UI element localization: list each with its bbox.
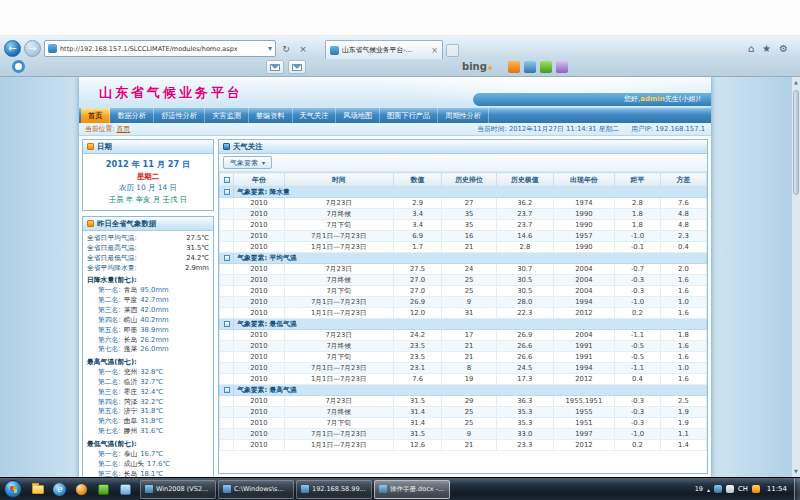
toolbar-icon-2[interactable] — [524, 61, 536, 73]
home-icon[interactable]: ⌂ — [748, 43, 754, 54]
table-row[interactable]: 20107月23日24.21726.92004-1.11.8 — [220, 330, 707, 341]
taskbar: e Win2008 (VS2...C:\Windows\s...192.168.… — [0, 477, 800, 500]
taskbar-ie-button[interactable]: e — [49, 480, 70, 499]
table-row[interactable]: 20107月下旬3.43523.719901.84.8 — [220, 220, 707, 231]
column-header-5[interactable]: 历史极值 — [496, 173, 553, 187]
clock[interactable]: 11:54 — [764, 485, 790, 493]
table-row[interactable]: 20107月1日—7月23日23.1824.51994-1.11.0 — [220, 363, 707, 374]
envelope-icon — [270, 64, 280, 71]
column-header-4[interactable]: 历史排位 — [442, 173, 497, 187]
table-row[interactable]: 20107月1日—7月23日6.91614.61957-1.02.3 — [220, 231, 707, 242]
taskbar-app3-button[interactable] — [115, 480, 136, 499]
browser-back-button[interactable]: ← — [4, 40, 21, 57]
volume-icon[interactable] — [726, 485, 734, 493]
show-desktop-button[interactable] — [794, 478, 800, 500]
table-row[interactable]: 20107月23日27.52430.72004-0.72.0 — [220, 264, 707, 275]
column-header-6[interactable]: 出现年份 — [553, 173, 614, 187]
gear-icon[interactable]: ⚙ — [779, 43, 788, 54]
column-header-3[interactable]: 数值 — [393, 173, 441, 187]
table-row[interactable]: 20107月23日31.52936.31955,1951-0.32.5 — [220, 396, 707, 407]
table-section-row[interactable]: 气象要素: 平均气温 — [220, 253, 707, 264]
toolbar-logo-icon[interactable] — [12, 60, 25, 73]
scroll-down-icon[interactable]: ▼ — [792, 467, 800, 476]
column-header-2[interactable]: 时间 — [284, 173, 393, 187]
date-panel-body: 2012 年 11 月 27 日 星期二 农历 10 月 14 日 壬辰 年 辛… — [83, 154, 213, 210]
table-row[interactable]: 20101月1日—7月23日1.7212.81990-0.10.4 — [220, 242, 707, 253]
nav-item-6[interactable]: 天气关注 — [293, 108, 337, 123]
stop-button[interactable]: × — [296, 40, 310, 57]
nav-item-7[interactable]: 风场地图 — [336, 108, 380, 123]
table-row[interactable]: 20107月终候23.52126.61991-0.51.6 — [220, 341, 707, 352]
status-info: 当前时间: 2012年11月27日 11:14:31 星期二 用户IP: 192… — [477, 123, 705, 135]
nav-item-3[interactable]: 舒适性分析 — [154, 108, 205, 123]
toolbar-icon-3[interactable] — [540, 61, 552, 73]
breadcrumb-home-link[interactable]: 首页 — [116, 125, 130, 133]
station-name: 长岛 — [124, 470, 138, 477]
vertical-scrollbar[interactable]: ▲ ▼ — [791, 77, 800, 477]
element-filter-button[interactable]: 气象要素 ▾ — [223, 156, 272, 169]
cell: 0.2 — [615, 440, 661, 451]
table-row[interactable]: 20107月下旬23.52126.61991-0.51.6 — [220, 352, 707, 363]
station-name: 蓬莱 — [124, 345, 138, 355]
cell: 35.3 — [496, 418, 553, 429]
mail-icon[interactable] — [266, 60, 284, 74]
quick-launch: e — [27, 480, 136, 499]
toolbar-icon-4[interactable] — [556, 61, 568, 73]
nav-item-1[interactable]: 首页 — [81, 108, 110, 123]
refresh-button[interactable]: ↻ — [279, 40, 293, 57]
current-time: 当前时间: 2012年11月27日 11:14:31 星期二 — [477, 123, 619, 135]
cell: 2010 — [234, 418, 284, 429]
table-row[interactable]: 20101月1日—7月23日12.03122.320120.21.6 — [220, 308, 707, 319]
network-icon[interactable] — [714, 485, 722, 493]
bing-logo[interactable]: bing — [462, 61, 492, 72]
column-header-8[interactable]: 方差 — [660, 173, 706, 187]
favorites-star-icon[interactable]: ★ — [762, 43, 771, 54]
tray-expand-icon[interactable]: ▴ — [707, 486, 710, 493]
column-header-7[interactable]: 距平 — [615, 173, 661, 187]
nav-item-4[interactable]: 灾害监测 — [205, 108, 249, 123]
browser-forward-button[interactable]: → — [24, 40, 41, 57]
nav-item-2[interactable]: 数据分析 — [110, 108, 154, 123]
table-row[interactable]: 20101月1日—7月23日12.62123.320120.21.4 — [220, 440, 707, 451]
taskbar-task-3[interactable]: 192.168.58.99... — [296, 480, 372, 499]
cell: 28.0 — [496, 297, 553, 308]
address-bar[interactable]: http://192.168.157.1/SLCCLIMATE/modules/… — [44, 40, 276, 57]
taskbar-app2-button[interactable] — [93, 480, 114, 499]
browser-tab[interactable]: 山东省气候业务平台-... × — [325, 40, 443, 59]
table-row[interactable]: 20107月23日2.92736.219742.87.6 — [220, 198, 707, 209]
toolbar-icon-1[interactable] — [508, 61, 520, 73]
scrollbar-thumb[interactable] — [793, 90, 799, 195]
tab-close-icon[interactable]: × — [431, 46, 438, 55]
table-row[interactable]: 20107月终候31.42535.31955-0.31.9 — [220, 407, 707, 418]
taskbar-task-4[interactable]: 操作手册.docx -... — [374, 480, 450, 499]
new-tab-button[interactable] — [446, 44, 459, 57]
url-text[interactable]: http://192.168.157.1/SLCCLIMATE/modules/… — [60, 45, 265, 53]
table-section-row[interactable]: 气象要素: 降水量 — [220, 187, 707, 198]
table-section-row[interactable]: 气象要素: 最高气温 — [220, 385, 707, 396]
taskbar-task-2[interactable]: C:\Windows\s... — [218, 480, 294, 499]
mail-send-icon[interactable] — [288, 60, 306, 74]
table-row[interactable]: 20107月终候3.43523.719901.84.8 — [220, 209, 707, 220]
start-button[interactable] — [4, 480, 22, 498]
stat-value: 27.5℃ — [186, 234, 209, 244]
table-section-row[interactable]: 气象要素: 最低气温 — [220, 319, 707, 330]
language-indicator[interactable]: CH — [738, 485, 748, 493]
tray-app-icon[interactable] — [752, 485, 760, 493]
taskbar-folder-button[interactable] — [27, 480, 48, 499]
table-row[interactable]: 20101月1日—7月23日7.61917.320120.41.6 — [220, 374, 707, 385]
nav-item-5[interactable]: 整编资料 — [249, 108, 293, 123]
taskbar-app1-button[interactable] — [71, 480, 92, 499]
taskbar-task-1[interactable]: Win2008 (VS2... — [140, 480, 216, 499]
column-header-1[interactable]: 年份 — [234, 173, 284, 187]
nav-item-9[interactable]: 周期性分析 — [438, 108, 489, 123]
table-row[interactable]: 20107月1日—7月23日26.9928.01994-1.01.0 — [220, 297, 707, 308]
scroll-up-icon[interactable]: ▲ — [792, 78, 800, 87]
address-dropdown-icon[interactable]: ▾ — [268, 44, 272, 53]
table-row[interactable]: 20107月下旬27.02530.52004-0.31.6 — [220, 286, 707, 297]
table-row[interactable]: 20107月1日—7月23日31.5933.01997-1.01.1 — [220, 429, 707, 440]
notification-badge[interactable]: 19 — [695, 485, 703, 493]
table-row[interactable]: 20107月下旬31.42535.31951-0.31.9 — [220, 418, 707, 429]
calendar-icon — [87, 143, 94, 150]
nav-item-8[interactable]: 图面下行产品 — [380, 108, 438, 123]
table-row[interactable]: 20107月终候27.02530.52004-0.31.6 — [220, 275, 707, 286]
